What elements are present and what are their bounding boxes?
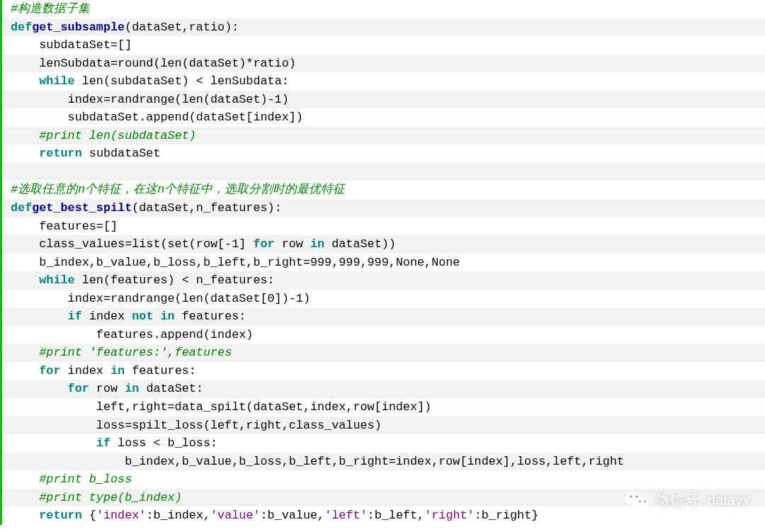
code-line: while len(subdataSet) < lenSubdata: <box>2 72 765 91</box>
code-line: return subdataSet <box>2 145 765 163</box>
code-line: #print 'features:',features <box>2 344 765 362</box>
code-line: return {'index':b_index,'value':b_value,… <box>2 506 765 525</box>
code-line: loss=spilt_loss(left,right,class_values) <box>2 417 765 435</box>
code-line: subdataSet=[] <box>2 36 765 55</box>
code-line: #print len(subdataSet) <box>2 127 765 145</box>
code-line: features=[] <box>2 217 765 236</box>
code-block: #构造数据子集defget_subsample(dataSet,ratio): … <box>0 0 765 525</box>
code-line: defget_best_spilt(dataSet,n_features): <box>2 199 765 217</box>
code-line: subdataSet.append(dataSet[index]) <box>2 108 765 127</box>
code-line: for index in features: <box>2 362 765 380</box>
code-line: while len(features) < n_features: <box>2 271 765 290</box>
code-line: #print b_loss <box>2 470 765 489</box>
code-line: features.append(index) <box>2 326 765 344</box>
code-line: index=randrange(len(dataSet[0])-1) <box>2 290 765 308</box>
code-line: b_index,b_value,b_loss,b_left,b_right=99… <box>2 254 765 272</box>
code-line: #print type(b_index) <box>2 489 765 507</box>
code-line: class_values=list(set(row[-1] for row in… <box>2 235 765 254</box>
code-line: #构造数据子集 <box>2 0 765 18</box>
code-line: defget_subsample(dataSet,ratio): <box>2 18 765 37</box>
code-line: #选取任意的n个特征，在这n个特征中，选取分割时的最优特征 <box>2 181 765 199</box>
code-line: left,right=data_spilt(dataSet,index,row[… <box>2 398 765 417</box>
code-line: for row in dataSet: <box>2 380 765 398</box>
code-line: index=randrange(len(dataSet)-1) <box>2 91 765 109</box>
code-line: if index not in features: <box>2 307 765 326</box>
code-line: b_index,b_value,b_loss,b_left,b_right=in… <box>2 453 765 471</box>
code-line <box>2 163 765 181</box>
code-line: if loss < b_loss: <box>2 434 765 453</box>
code-line: lenSubdata=round(len(dataSet)*ratio) <box>2 55 765 73</box>
